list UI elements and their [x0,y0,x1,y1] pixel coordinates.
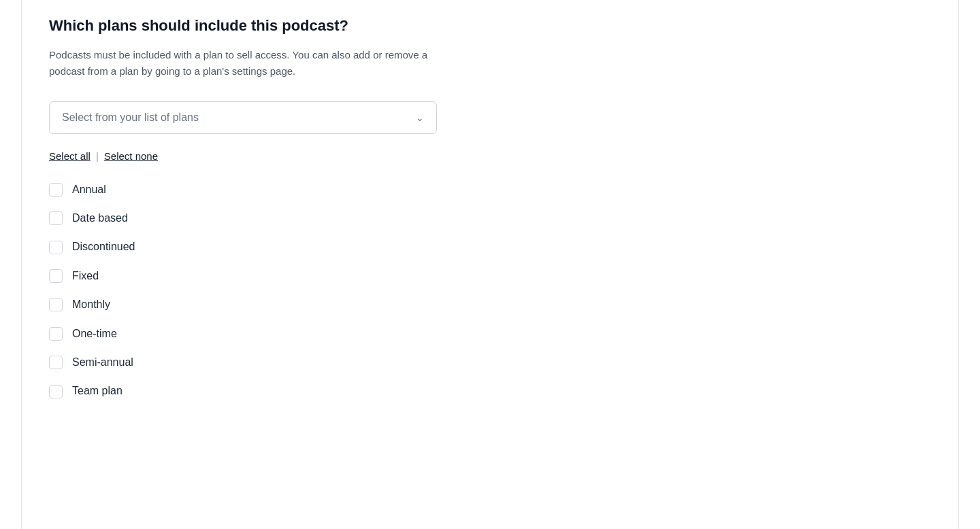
checkbox-label-fixed: Fixed [72,269,99,284]
section-description: Podcasts must be included with a plan to… [49,47,457,80]
plans-checkbox-list: AnnualDate basedDiscontinuedFixedMonthly… [49,175,931,406]
checkbox-item-monthly[interactable]: Monthly [49,290,931,319]
checkbox-item-semi-annual[interactable]: Semi-annual [49,348,931,377]
checkbox-item-team-plan[interactable]: Team plan [49,377,931,405]
checkbox-fixed[interactable] [49,269,63,283]
checkbox-date-based[interactable] [49,211,63,225]
checkbox-label-annual: Annual [72,182,106,197]
checkbox-item-annual[interactable]: Annual [49,175,931,204]
checkbox-label-discontinued: Discontinued [72,239,135,254]
checkbox-annual[interactable] [49,183,63,197]
checkbox-semi-annual[interactable] [49,356,63,369]
select-none-button[interactable]: Select none [104,150,158,162]
left-border [0,0,22,529]
checkbox-team-plan[interactable] [49,385,63,398]
checkbox-label-date-based: Date based [72,211,128,226]
select-all-button[interactable]: Select all [49,150,91,162]
checkbox-discontinued[interactable] [49,241,63,254]
select-actions: Select all | Select none [49,150,931,162]
dropdown-placeholder: Select from your list of plans [62,112,199,124]
chevron-down-icon: ⌄ [416,112,424,123]
checkbox-item-fixed[interactable]: Fixed [49,262,931,290]
checkbox-label-one-time: One-time [72,326,117,341]
checkbox-label-semi-annual: Semi-annual [72,355,133,370]
checkbox-item-discontinued[interactable]: Discontinued [49,233,931,261]
right-border [958,0,980,529]
checkbox-monthly[interactable] [49,298,63,311]
checkbox-one-time[interactable] [49,327,63,341]
checkbox-label-monthly: Monthly [72,297,110,312]
checkbox-item-one-time[interactable]: One-time [49,320,931,348]
plans-dropdown[interactable]: Select from your list of plans ⌄ [49,101,437,134]
checkbox-label-team-plan: Team plan [72,383,122,398]
actions-separator: | [96,150,99,162]
main-content: Which plans should include this podcast?… [22,0,958,529]
dropdown-container: Select from your list of plans ⌄ [49,101,437,134]
page-title: Which plans should include this podcast? [49,16,931,36]
checkbox-item-date-based[interactable]: Date based [49,204,931,233]
